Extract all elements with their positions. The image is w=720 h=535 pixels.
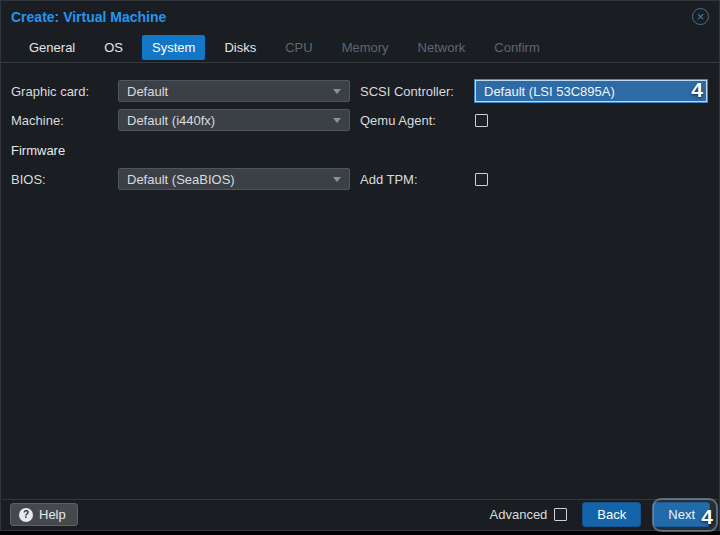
- scsi-controller-label: SCSI Controller:: [360, 84, 475, 99]
- tab-bar: General OS System Disks CPU Memory Netwo…: [1, 32, 719, 62]
- tab-os[interactable]: OS: [94, 35, 133, 60]
- tab-confirm: Confirm: [484, 35, 550, 60]
- help-button[interactable]: ? Help: [10, 503, 78, 526]
- advanced-checkbox[interactable]: [554, 508, 567, 521]
- advanced-label: Advanced: [490, 507, 548, 522]
- system-form: Graphic card: Default Machine: Default (…: [1, 63, 719, 530]
- tab-cpu: CPU: [275, 35, 322, 60]
- chevron-down-icon: [333, 177, 341, 182]
- help-icon: ?: [19, 508, 33, 522]
- qemu-agent-label: Qemu Agent:: [360, 113, 475, 128]
- bios-label: BIOS:: [11, 172, 118, 187]
- scsi-controller-combo[interactable]: Default (LSI 53C895A) 4: [475, 80, 707, 102]
- qemu-agent-row: Qemu Agent:: [360, 109, 709, 131]
- add-tpm-label: Add TPM:: [360, 172, 475, 187]
- form-left-column: Graphic card: Default Machine: Default (…: [11, 80, 360, 530]
- graphic-card-label: Graphic card:: [11, 84, 118, 99]
- create-vm-dialog: Create: Virtual Machine × General OS Sys…: [0, 0, 720, 531]
- tab-memory: Memory: [332, 35, 399, 60]
- footer-bar: ? Help Advanced Back Next: [2, 499, 718, 529]
- graphic-card-select[interactable]: Default: [118, 80, 350, 102]
- add-tpm-checkbox[interactable]: [475, 173, 488, 186]
- bios-row: BIOS: Default (SeaBIOS): [11, 168, 360, 190]
- tab-system[interactable]: System: [142, 35, 205, 60]
- scsi-controller-row: SCSI Controller: Default (LSI 53C895A) 4: [360, 80, 709, 102]
- machine-row: Machine: Default (i440fx): [11, 109, 360, 131]
- title-bar: Create: Virtual Machine ×: [1, 1, 719, 32]
- tab-network: Network: [408, 35, 476, 60]
- help-button-label: Help: [39, 507, 66, 522]
- tab-disks[interactable]: Disks: [214, 35, 266, 60]
- back-button[interactable]: Back: [582, 502, 641, 527]
- graphic-card-value: Default: [127, 84, 168, 99]
- machine-value: Default (i440fx): [127, 113, 215, 128]
- next-button[interactable]: Next: [653, 502, 710, 527]
- firmware-section-heading: Firmware: [11, 143, 360, 159]
- bios-select[interactable]: Default (SeaBIOS): [118, 168, 350, 190]
- add-tpm-row: Add TPM:: [360, 168, 709, 190]
- chevron-down-icon: [333, 118, 341, 123]
- graphic-card-row: Graphic card: Default: [11, 80, 360, 102]
- close-icon[interactable]: ×: [692, 8, 709, 25]
- form-right-column: SCSI Controller: Default (LSI 53C895A) 4…: [360, 80, 709, 530]
- machine-select[interactable]: Default (i440fx): [118, 109, 350, 131]
- step-badge-scsi: 4: [691, 78, 703, 102]
- tab-general[interactable]: General: [19, 35, 85, 60]
- bios-value: Default (SeaBIOS): [127, 172, 235, 187]
- machine-label: Machine:: [11, 113, 118, 128]
- page-title: Create: Virtual Machine: [11, 9, 166, 25]
- qemu-agent-checkbox[interactable]: [475, 114, 488, 127]
- chevron-down-icon: [333, 89, 341, 94]
- footer-actions: Advanced Back Next: [490, 502, 710, 527]
- scsi-controller-value: Default (LSI 53C895A): [484, 84, 615, 99]
